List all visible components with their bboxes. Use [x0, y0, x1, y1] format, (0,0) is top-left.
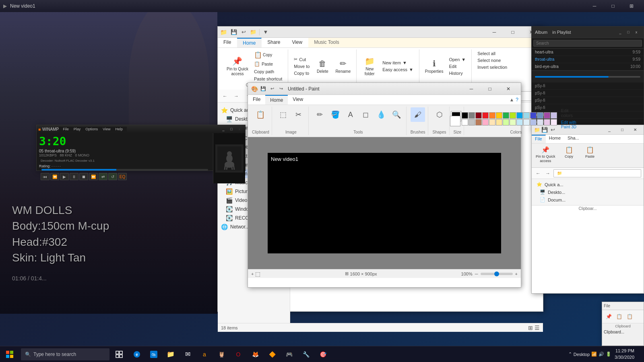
taskbar-firefox-btn[interactable]: 🦊 — [247, 346, 263, 362]
fe2-close-btn[interactable]: ✕ — [629, 125, 641, 135]
fe2-back-btn[interactable]: ← — [534, 169, 542, 177]
winamp-close-btn[interactable]: x — [235, 125, 244, 133]
paint-canvas[interactable]: New video1 — [268, 153, 501, 253]
color-red[interactable] — [482, 112, 489, 119]
taskbar-vlc-btn[interactable]: 🔶 — [264, 346, 280, 362]
color-gray[interactable] — [469, 112, 475, 119]
paint-redo-btn[interactable]: ↪ — [277, 85, 285, 93]
taskbar-amazon-btn[interactable]: a — [196, 346, 213, 362]
color-light-gray[interactable] — [469, 119, 475, 125]
delete-btn[interactable]: 🗑 Delete — [313, 58, 332, 74]
tray-overflow-btn[interactable]: ⌃ — [568, 352, 572, 357]
color-moccasin[interactable] — [489, 119, 495, 125]
video-minimize-btn[interactable]: ─ — [585, 0, 604, 12]
network-icon-tray[interactable]: 📶 — [591, 352, 597, 357]
new-item-dropdown-arrow[interactable]: ▼ — [402, 60, 407, 65]
paint-ribbon-collapse-btn[interactable]: ▲ — [509, 97, 514, 103]
fe2-tab-share[interactable]: Sha... — [564, 135, 583, 143]
back-btn[interactable]: ← — [220, 91, 230, 101]
taskbar-clock[interactable]: 11:29 PM 3/30/2020 — [615, 348, 634, 360]
color-orange[interactable] — [489, 112, 495, 119]
color-medium-blue[interactable] — [537, 112, 543, 119]
taskbar-app10-btn[interactable]: 🎯 — [315, 346, 331, 362]
playlist-minimize-btn[interactable]: _ — [616, 28, 624, 36]
select-none-btn[interactable]: Select none — [475, 57, 510, 64]
taskbar-mail-btn[interactable]: ✉ — [180, 346, 196, 362]
copy-to-btn[interactable]: Copy to — [291, 70, 312, 76]
paint-help-btn[interactable]: ? — [516, 97, 518, 103]
taskbar-opera-btn[interactable]: O — [230, 346, 246, 362]
winamp-forward-btn[interactable]: ⏩ — [89, 173, 98, 180]
color-pale-green[interactable] — [503, 119, 509, 125]
zoom-slider-thumb[interactable] — [494, 272, 499, 276]
fe2-pin-btn[interactable]: 📌 Pin to Quick access — [533, 145, 558, 166]
taskbar-search[interactable]: 🔍 Type here to search — [21, 348, 109, 360]
winamp-menu-options[interactable]: Options — [83, 127, 100, 132]
color-black[interactable] — [462, 112, 468, 119]
explorer-minimize-btn[interactable]: ─ — [485, 26, 504, 38]
mini-copy-btn[interactable]: 📋 — [614, 312, 624, 321]
easy-access-dropdown-arrow[interactable]: ▼ — [409, 67, 413, 72]
color-pink[interactable] — [482, 119, 489, 125]
paint-save-btn[interactable]: 💾 — [260, 85, 267, 93]
fe2-paste-btn[interactable]: 📋 Paste — [580, 145, 600, 166]
paint-close-btn[interactable]: ✕ — [499, 83, 518, 95]
tab-home[interactable]: Home — [237, 38, 262, 47]
color-white[interactable] — [462, 119, 468, 125]
properties-btn[interactable]: ℹ Properties — [423, 58, 446, 74]
list-item[interactable]: pSy-fi — [532, 90, 644, 97]
paint-maximize-btn[interactable]: □ — [481, 83, 499, 95]
winamp-pause-btn[interactable]: ⏸ — [70, 173, 78, 180]
color-alice-blue[interactable] — [516, 119, 523, 125]
fe2-sidebar-documents[interactable]: 📄 Docum... — [533, 196, 642, 204]
playlist-search-input[interactable] — [533, 40, 642, 47]
color-purple[interactable] — [544, 112, 550, 119]
new-item-btn[interactable]: New item ▼ — [380, 60, 416, 66]
invert-selection-btn[interactable]: Invert selection — [475, 64, 510, 70]
color-pale-pink[interactable] — [551, 119, 557, 125]
color-green[interactable] — [503, 112, 509, 119]
taskbar-edge-btn[interactable]: e — [129, 346, 145, 362]
winamp-shade-btn[interactable]: □ — [227, 125, 235, 133]
list-view-btn[interactable]: ☰ — [535, 325, 540, 331]
edit-paint3d-btn[interactable]: Edit with Paint 3D — [559, 119, 581, 130]
fe2-copy-btn[interactable]: 📋 Copy — [559, 145, 579, 166]
forward-btn[interactable]: → — [231, 91, 241, 101]
color-pale-purple[interactable] — [544, 119, 550, 125]
color-pale-blue[interactable] — [523, 119, 530, 125]
taskbar-app9-btn[interactable]: 🔧 — [298, 346, 314, 362]
qat-save-btn[interactable]: 💾 — [229, 28, 238, 37]
zoom-slider[interactable] — [481, 273, 513, 275]
color-light-blue[interactable] — [523, 112, 530, 119]
new-folder-btn[interactable]: 📁 New folder — [360, 56, 379, 77]
winamp-shuffle-btn[interactable]: ⇄ — [99, 173, 107, 180]
pencil-btn[interactable]: ✏ — [313, 107, 327, 122]
paint-paste-btn[interactable]: 📋 — [253, 107, 268, 122]
winamp-rewind-btn[interactable]: ⏪ — [50, 173, 59, 180]
color-periwinkle[interactable] — [530, 119, 537, 125]
color-dark-red[interactable] — [475, 112, 482, 119]
playlist-item-active[interactable]: throat-ultra 9:59 — [532, 56, 644, 63]
fill-btn[interactable]: 🪣 — [328, 107, 343, 122]
fe2-sidebar-quick-access[interactable]: ⭐ Quick a... — [533, 181, 642, 188]
explorer-maximize-btn[interactable]: □ — [504, 26, 522, 38]
cut-btn[interactable]: ✂ Cut — [291, 56, 312, 63]
open-dropdown-arrow[interactable]: ▼ — [461, 57, 466, 62]
color2-swatch[interactable] — [450, 116, 460, 126]
color-honeydew[interactable] — [510, 119, 516, 125]
taskbar-explorer-btn[interactable]: 📁 — [163, 346, 179, 362]
tab-music-tools[interactable]: Music Tools — [308, 38, 345, 47]
select-all-btn[interactable]: Select all — [475, 50, 510, 57]
task-view-btn[interactable] — [111, 346, 127, 362]
taskbar-store-btn[interactable]: 🛍 — [146, 346, 162, 362]
fe2-sidebar-desktop[interactable]: 🖥️ Deskto... — [533, 188, 642, 196]
text-btn[interactable]: A — [343, 107, 358, 122]
fe2-address-bar[interactable]: 📁 — [553, 169, 641, 177]
color-pale-yellow[interactable] — [496, 119, 502, 125]
edit-btn[interactable]: Edit — [446, 63, 468, 70]
winamp-play-btn[interactable]: ▶ — [60, 173, 69, 180]
paint-select-btn[interactable]: ⬚ — [276, 107, 291, 122]
paint-crop-btn[interactable]: ✂ — [291, 107, 306, 122]
qat-customize-btn[interactable]: ▼ — [261, 28, 270, 37]
volume-slider[interactable] — [535, 76, 640, 78]
